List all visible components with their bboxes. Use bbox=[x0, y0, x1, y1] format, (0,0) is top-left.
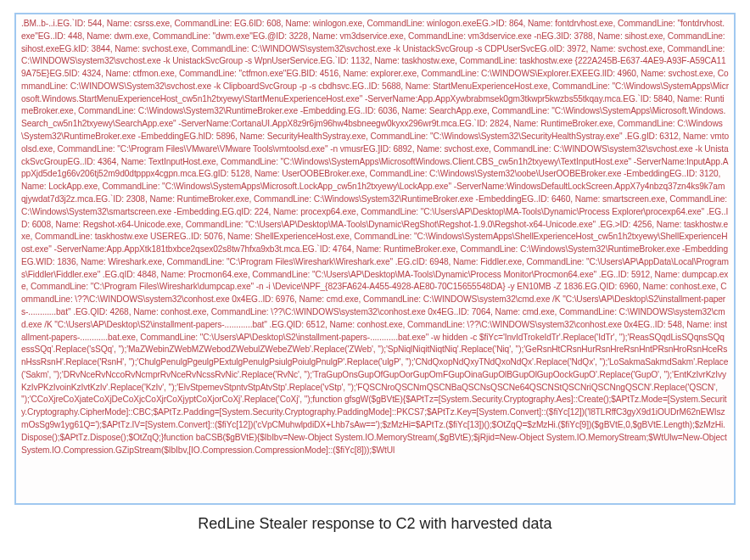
figure-caption: RedLine Stealer response to C2 with harv… bbox=[198, 515, 551, 533]
response-data-text: .BM..b-..i.EG.`ID: 544, Name: csrss.exe,… bbox=[21, 18, 729, 456]
response-data-block: .BM..b-..i.EG.`ID: 544, Name: csrss.exe,… bbox=[14, 13, 736, 505]
